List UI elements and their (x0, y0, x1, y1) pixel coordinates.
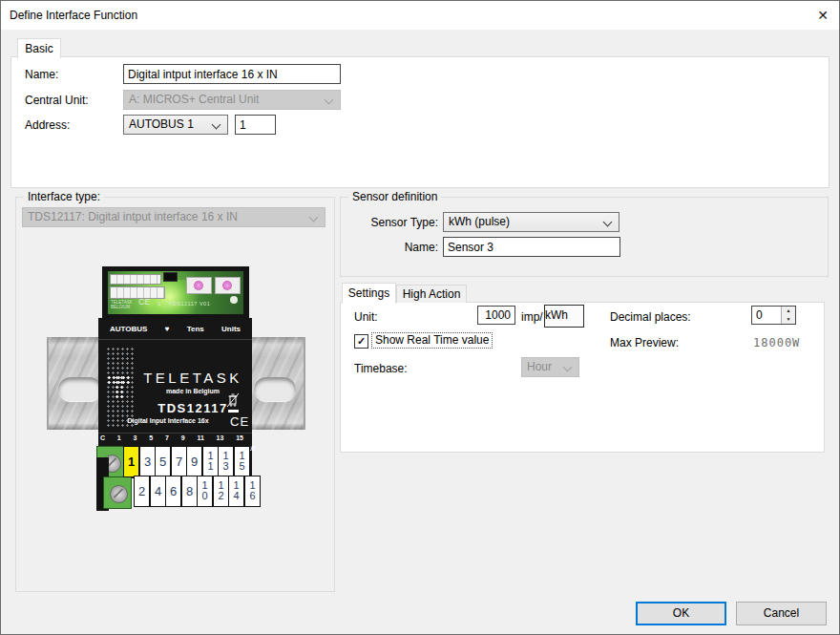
sensor-name-input[interactable] (443, 237, 620, 257)
terminal-header-cell: 15 (236, 434, 243, 441)
decimal-places-stepper[interactable]: 0 ▲ ▼ (751, 306, 796, 325)
address-label: Address: (25, 118, 70, 132)
device-top-band: AUTOBUS ♥ Tens Units (98, 318, 252, 340)
terminal-header-cell: C (100, 434, 105, 441)
decimal-places-value: 0 (756, 307, 763, 323)
timebase-dropdown: Hour (521, 357, 579, 377)
ok-button[interactable]: OK (636, 602, 726, 625)
terminal-header-cell: 9 (181, 434, 185, 441)
address-bus-dropdown[interactable]: AUTOBUS 1 (123, 115, 228, 135)
unit-input[interactable] (477, 306, 515, 325)
pcb-connector-icon (110, 274, 161, 285)
terminal-tag: 12 (213, 476, 229, 507)
timebase-label: Timebase: (354, 362, 408, 375)
terminal-header-cell: 7 (165, 434, 169, 441)
terminal-header-cell: 13 (217, 434, 224, 441)
device-desc-text: Digital Input Interface 16x (108, 417, 228, 424)
central-unit-label: Central Unit: (25, 94, 89, 107)
decimal-places-label: Decimal places: (610, 310, 691, 324)
show-realtime-label[interactable]: Show Real Time value (371, 332, 493, 349)
pcb-rev-text: 1 (158, 301, 160, 307)
tab-settings[interactable]: Settings (342, 283, 396, 304)
device-brand-text: TELETASK (140, 370, 245, 386)
name-input[interactable] (123, 64, 341, 84)
pcb-connector-icon (110, 286, 165, 299)
pcb-brand-text: TELETASK BELGIUM (111, 300, 137, 309)
chevron-down-icon (309, 213, 319, 222)
sensor-type-label: Sensor Type: (345, 216, 438, 229)
unit-label: Unit: (354, 310, 378, 324)
terminal-tag: 16 (244, 476, 261, 507)
terminal-tag: 6 (165, 476, 181, 507)
heart-icon: ♥ (165, 325, 170, 333)
max-preview-value: 18000W (753, 336, 800, 349)
tab-basic[interactable]: Basic (17, 38, 61, 58)
tab-high-action[interactable]: High Action (396, 285, 467, 303)
chevron-down-icon (325, 95, 334, 105)
band-autobus-label: AUTOBUS (110, 325, 147, 333)
band-tens-label: Tens (187, 325, 204, 333)
device-bar-mark (228, 410, 239, 413)
terminal-block (103, 476, 132, 509)
terminal-tag: 9 (186, 446, 202, 477)
dot-t-logo-stem (115, 375, 123, 400)
terminal-header-cell: 5 (149, 434, 153, 441)
interface-type-value: TDS12117: Digital intput interface 16 x … (28, 210, 238, 223)
sensor-name-label: Name: (345, 241, 438, 254)
timebase-value: Hour (527, 360, 552, 373)
address-number-input[interactable] (235, 115, 276, 135)
define-interface-function-dialog: Define Interface Function ✕ Basic Name: … (0, 0, 840, 635)
pcb-model-text: TDS12117 V01 (169, 301, 210, 307)
terminal-tag: 1 (123, 446, 139, 477)
chevron-down-icon (212, 120, 221, 130)
pcb-board: TELETASK BELGIUM CE 1 TDS12117 V01 (108, 271, 243, 314)
terminal-tag: 8 (181, 476, 198, 507)
interface-type-group-label: Interface type: (24, 190, 104, 204)
sensor-type-dropdown[interactable]: kWh (pulse) (443, 212, 620, 232)
device-ce-mark: CE (230, 414, 249, 429)
address-bus-value: AUTOBUS 1 (129, 117, 194, 131)
central-unit-value: A: MICROS+ Central Unit (129, 93, 259, 106)
terminal-header-odd: C13579111315 (100, 434, 243, 441)
interface-type-dropdown: TDS12117: Digital intput interface 16 x … (22, 207, 326, 227)
kwh-unit-button[interactable]: kWh (544, 305, 584, 328)
terminal-header-cell: 11 (197, 434, 203, 441)
unit-suffix-label: imp/ (521, 310, 543, 324)
terminal-tag: 5 (155, 446, 171, 477)
terminal-tag: 10 (197, 476, 213, 507)
show-realtime-checkbox[interactable]: ✓ (354, 334, 368, 349)
pcb-mounting-hole (230, 296, 238, 304)
terminal-tags-even: 246810121416 (134, 476, 267, 507)
pcb-ce-mark: CE (138, 297, 151, 307)
name-label: Name: (25, 68, 58, 81)
terminal-tag: 14 (228, 476, 244, 507)
terminal-tag: 13 (218, 446, 234, 477)
terminal-tag: 15 (234, 446, 250, 477)
dialog-title: Define Interface Function (10, 1, 137, 30)
screw-icon (110, 485, 128, 503)
cancel-button[interactable]: Cancel (736, 602, 827, 625)
band-units-label: Units (221, 325, 241, 333)
din-rail-slot-left (58, 377, 102, 402)
terminal-header-cell: 1 (117, 434, 121, 441)
terminal-tag: 4 (150, 476, 166, 507)
chevron-down-icon (603, 218, 613, 227)
terminal-tag: 11 (202, 446, 219, 477)
device-groove (98, 433, 252, 434)
weee-bin-icon (226, 392, 240, 409)
sensor-definition-group-label: Sensor definition (348, 190, 441, 204)
terminal-tag: 3 (139, 446, 156, 477)
max-preview-label: Max Preview: (610, 336, 679, 349)
pcb-jumper-icon (163, 272, 178, 282)
sensor-type-value: kWh (pulse) (449, 215, 510, 228)
close-icon[interactable]: ✕ (807, 1, 839, 30)
title-bar: Define Interface Function ✕ (1, 1, 839, 30)
chevron-down-icon (563, 363, 573, 372)
central-unit-dropdown: A: MICROS+ Central Unit (123, 90, 341, 110)
terminal-tag: 7 (171, 446, 187, 477)
terminal-tag: 2 (134, 476, 150, 507)
din-rail-slot-right (254, 377, 296, 402)
terminal-header-cell: 3 (134, 434, 137, 441)
spin-down-icon[interactable]: ▼ (781, 315, 795, 324)
rotary-switch-icon (186, 277, 212, 294)
